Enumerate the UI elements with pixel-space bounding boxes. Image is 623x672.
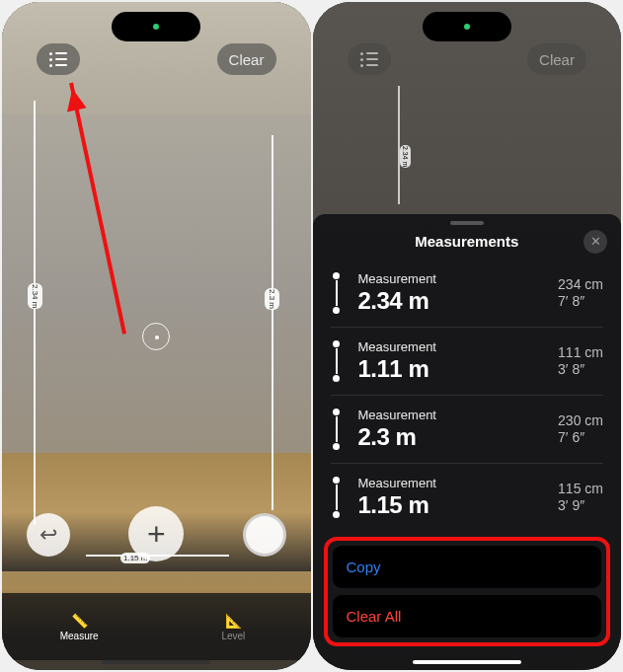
segment-icon: [331, 409, 343, 450]
clear-button[interactable]: Clear: [527, 43, 586, 75]
tab-level[interactable]: 📐 Level: [156, 593, 310, 660]
measure-value-left: 2.34 m: [28, 283, 42, 309]
measurement-row[interactable]: Measurement1.11 m 111 cm3′ 8″: [331, 328, 604, 396]
sheet-grabber[interactable]: [450, 221, 484, 225]
row-alt-cm: 230 cm: [558, 412, 603, 430]
ruler-icon: 📏: [71, 613, 88, 629]
tab-bar: 📏 Measure 📐 Level: [2, 593, 311, 660]
measurement-row[interactable]: Measurement2.3 m 230 cm7′ 6″: [331, 396, 604, 464]
measure-line: [34, 101, 36, 525]
row-label: Measurement: [358, 339, 543, 354]
segment-icon: [331, 272, 343, 314]
action-highlight: Copy Clear All: [324, 537, 611, 646]
tab-label: Level: [221, 631, 245, 641]
list-button[interactable]: [348, 43, 391, 75]
measure-line: [272, 135, 273, 510]
row-value: 1.11 m: [358, 355, 543, 383]
measure-line: [398, 86, 400, 204]
row-label: Measurement: [358, 271, 543, 286]
level-icon: 📐: [225, 613, 242, 629]
measurements-sheet: Measurements ✕ Measurement2.34 m 234 cm7…: [313, 214, 622, 670]
measure-value: 2.34 m: [400, 145, 411, 168]
measurement-row[interactable]: Measurement2.34 m 234 cm7′ 8″: [331, 260, 604, 328]
measure-value-right: 2.3 m: [265, 288, 279, 310]
row-value: 1.15 m: [358, 491, 543, 519]
segment-icon: [331, 340, 343, 382]
row-alt-ft: 3′ 8″: [558, 361, 603, 379]
reticle-icon: [142, 323, 170, 350]
phone-left: Clear 2.34 m 2.3 m 1.15 m ↩ + 📏 Measure …: [2, 2, 311, 670]
measurement-row[interactable]: Measurement1.15 m 115 cm3′ 9″: [331, 464, 604, 531]
row-label: Measurement: [358, 476, 543, 490]
measurements-list[interactable]: Measurement2.34 m 234 cm7′ 8″ Measuremen…: [313, 260, 622, 531]
undo-button[interactable]: ↩: [27, 513, 70, 557]
tab-measure[interactable]: 📏 Measure: [2, 593, 156, 660]
row-alt-cm: 111 cm: [558, 344, 603, 362]
shutter-button[interactable]: [243, 513, 286, 557]
dynamic-island: [112, 12, 200, 41]
segment-icon: [331, 477, 343, 518]
row-alt-ft: 7′ 6″: [558, 429, 603, 447]
clear-all-button[interactable]: Clear All: [333, 595, 602, 637]
row-alt-ft: 7′ 8″: [558, 293, 603, 311]
row-label: Measurement: [358, 408, 543, 422]
sheet-title: Measurements: [415, 233, 518, 250]
home-indicator[interactable]: [102, 660, 210, 664]
clear-button[interactable]: Clear: [217, 43, 276, 75]
phone-right: Clear 2.34 m Measurements ✕ Measurement2…: [313, 2, 622, 670]
tab-label: Measure: [60, 631, 99, 641]
row-alt-cm: 115 cm: [558, 481, 603, 498]
row-alt-ft: 3′ 9″: [558, 497, 603, 515]
copy-button[interactable]: Copy: [333, 546, 602, 588]
home-indicator[interactable]: [413, 660, 521, 664]
list-button[interactable]: [37, 43, 80, 75]
row-alt-cm: 234 cm: [558, 276, 603, 294]
list-icon: [360, 52, 378, 67]
dynamic-island: [423, 12, 511, 41]
close-button[interactable]: ✕: [584, 230, 607, 254]
list-icon: [49, 52, 67, 67]
row-value: 2.34 m: [358, 287, 543, 315]
add-point-button[interactable]: +: [128, 506, 184, 561]
undo-icon: ↩: [39, 522, 57, 548]
row-value: 2.3 m: [358, 423, 543, 451]
plus-icon: +: [147, 516, 166, 553]
close-icon: ✕: [590, 234, 601, 249]
